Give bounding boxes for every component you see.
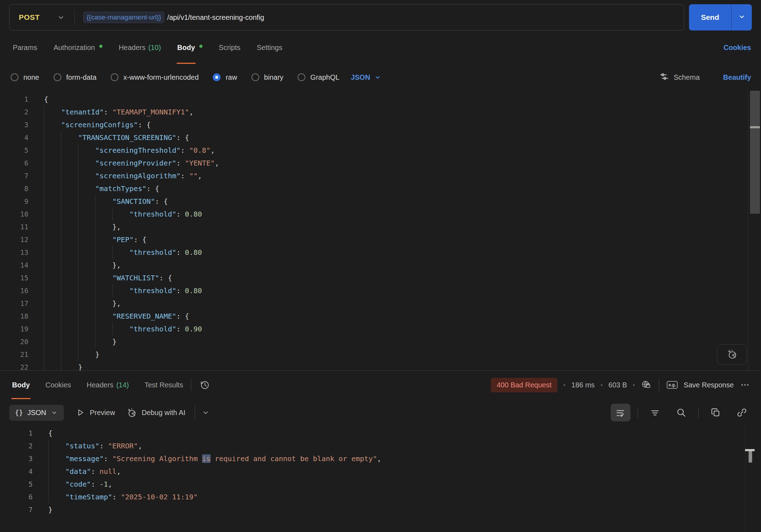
code-line: 20} — [0, 335, 761, 348]
method-select[interactable]: POST — [10, 13, 74, 22]
send-options-button[interactable] — [731, 4, 752, 30]
divider — [638, 407, 638, 418]
ellipsis-icon — [740, 380, 750, 390]
sliders-icon — [659, 71, 670, 84]
network-info-button[interactable] — [641, 380, 651, 390]
body-type-form-data[interactable]: form-data — [54, 73, 97, 82]
debug-with-ai-button[interactable]: Debug with AI — [126, 407, 185, 418]
code-line: 9"SANCTION": { — [0, 195, 761, 208]
language-select[interactable]: JSON — [351, 73, 381, 82]
postbot-ai-icon — [126, 407, 137, 418]
code-line: 6"timeStamp": "2025-10-02 11:19" — [0, 491, 761, 503]
response-size: 603 B — [609, 381, 627, 389]
scrollbar-thumb[interactable] — [750, 91, 760, 214]
body-type-x-www-form-urlencoded[interactable]: x-www-form-urlencoded — [111, 73, 199, 82]
code-line: 6"screeningProvider": "YENTE", — [0, 157, 761, 169]
beautify-button[interactable]: Beautify — [723, 73, 751, 82]
filter-button[interactable] — [645, 404, 665, 421]
api-client-window: POST {{case-managament-url}} /api/v1/ten… — [0, 0, 761, 532]
chevron-down-icon — [374, 73, 382, 81]
postbot-button[interactable] — [717, 344, 747, 365]
save-response-button[interactable]: Save Response — [684, 381, 734, 389]
clock-history-icon — [199, 379, 210, 391]
code-line: 2"status": "ERROR", — [0, 439, 761, 452]
response-history-button[interactable] — [199, 379, 210, 391]
toolbar-options-button[interactable] — [201, 408, 210, 417]
response-code: 1{2"status": "ERROR",3"message": "Screen… — [0, 427, 761, 516]
body-type-raw[interactable]: raw — [213, 73, 237, 82]
link-icon — [737, 407, 747, 418]
dot-separator — [563, 384, 565, 386]
search-icon — [676, 407, 687, 418]
code-line: 16"threshold": 0.80 — [0, 284, 761, 297]
code-line: 5"code": -1, — [0, 478, 761, 491]
code-line: 15"WATCHLIST": { — [0, 271, 761, 284]
preview-button[interactable]: Preview — [75, 408, 115, 418]
body-type-none[interactable]: none — [11, 73, 39, 82]
radio-icon — [251, 73, 259, 81]
send-button-group: Send — [689, 4, 752, 30]
code-line: 4"TRANSACTION_SCREENING": { — [0, 131, 761, 144]
code-line: 11}, — [0, 220, 761, 233]
dot-separator — [601, 384, 602, 386]
request-code: 1{2"tenantId": "TEAMAPT_MONNIFY1",3"scre… — [0, 93, 761, 371]
body-type-row: none form-data x-www-form-urlencoded raw… — [0, 64, 761, 91]
postbot-ai-icon — [726, 348, 738, 361]
response-toolbar: {} JSON Preview Debug with AI — [0, 399, 761, 426]
more-options-button[interactable] — [740, 380, 750, 390]
code-line: 8"matchTypes": { — [0, 182, 761, 195]
wrap-text-button[interactable] — [611, 404, 631, 421]
scrollbar-marker — [750, 126, 760, 128]
save-as-example-icon: e.g. — [667, 381, 678, 389]
code-line: 19"threshold": 0.90 — [0, 323, 761, 335]
code-line: 14}, — [0, 259, 761, 271]
wrap-text-icon — [615, 407, 626, 418]
code-line: 2"tenantId": "TEAMAPT_MONNIFY1", — [0, 106, 761, 118]
code-line: 5"screeningThreshold": "0.8", — [0, 144, 761, 157]
tab-params[interactable]: Params — [13, 31, 37, 64]
response-editor[interactable]: 1{2"status": "ERROR",3"message": "Screen… — [0, 426, 761, 532]
url-input[interactable]: {{case-managament-url}} /api/v1/tenant-s… — [75, 12, 264, 23]
authorization-status-dot — [99, 45, 102, 48]
code-line: 7} — [0, 503, 761, 516]
code-line: 13"threshold": 0.80 — [0, 246, 761, 259]
body-status-dot — [199, 45, 202, 48]
response-header: Body Cookies Headers(14) Test Results — [0, 371, 761, 399]
code-line: 3"screeningConfigs": { — [0, 118, 761, 131]
copy-button[interactable] — [706, 404, 726, 421]
response-tab-headers[interactable]: Headers(14) — [87, 371, 129, 399]
body-type-binary[interactable]: binary — [251, 73, 283, 82]
response-tab-test-results[interactable]: Test Results — [144, 371, 183, 399]
tab-body[interactable]: Body — [177, 31, 202, 64]
tab-settings[interactable]: Settings — [257, 31, 282, 64]
radio-icon — [298, 73, 305, 81]
code-line: 12"PEP": { — [0, 233, 761, 246]
response-format-select[interactable]: {} JSON — [9, 405, 64, 421]
divider — [698, 407, 699, 418]
response-tab-cookies[interactable]: Cookies — [45, 371, 71, 399]
body-type-graphql[interactable]: GraphQL — [298, 73, 339, 82]
overview-ruler — [745, 426, 745, 532]
request-editor[interactable]: 1{2"tenantId": "TEAMAPT_MONNIFY1",3"scre… — [0, 91, 761, 371]
minimap-text-mark — [749, 451, 752, 463]
request-tabs: Params Authorization Headers(10) Body Sc… — [13, 31, 282, 64]
dot-separator — [633, 384, 635, 386]
divider — [659, 379, 659, 391]
headers-count: (10) — [148, 44, 161, 52]
request-tabs-row: Params Authorization Headers(10) Body Sc… — [0, 31, 761, 64]
schema-button[interactable]: Schema — [659, 71, 700, 84]
cookies-link[interactable]: Cookies — [723, 44, 751, 52]
tab-scripts[interactable]: Scripts — [219, 31, 240, 64]
code-line: 3"message": "Screening Algorithm is requ… — [0, 452, 761, 465]
divider — [191, 379, 191, 391]
tab-headers[interactable]: Headers(10) — [119, 31, 161, 64]
response-time: 186 ms — [571, 381, 595, 389]
search-button[interactable] — [671, 404, 691, 421]
tab-authorization[interactable]: Authorization — [54, 31, 102, 64]
environment-variable-chip[interactable]: {{case-managament-url}} — [83, 12, 164, 23]
radio-selected-icon — [213, 73, 221, 81]
response-tab-body[interactable]: Body — [12, 371, 30, 399]
radio-icon — [11, 73, 18, 81]
send-button[interactable]: Send — [689, 4, 731, 30]
link-button[interactable] — [732, 404, 752, 421]
